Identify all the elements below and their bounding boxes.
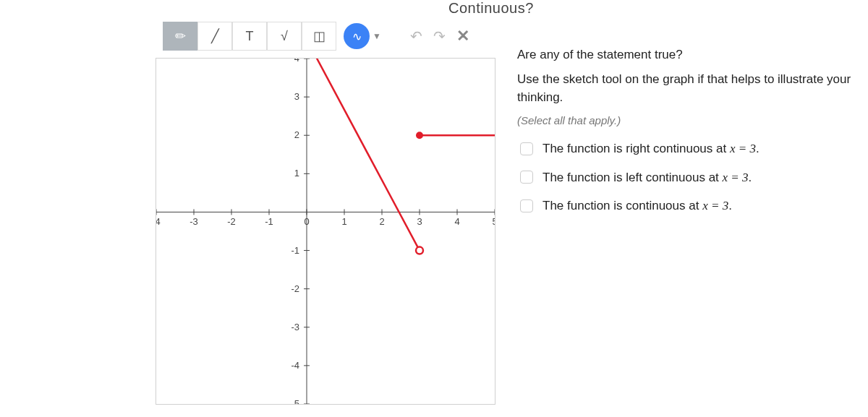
question-prompt-1: Are any of the statement true? (517, 46, 861, 64)
svg-text:-5: -5 (292, 398, 300, 404)
option-row: The function is left continuous at x = 3… (517, 168, 861, 187)
svg-text:-1: -1 (292, 245, 300, 256)
clear-icon: ✕ (456, 27, 469, 45)
text-icon: T (246, 29, 254, 44)
svg-text:2: 2 (379, 216, 384, 227)
svg-text:3: 3 (294, 91, 299, 102)
pencil-icon: ✏ (175, 28, 186, 44)
text-tool-button[interactable]: T (232, 22, 267, 51)
option-checkbox-1[interactable] (520, 171, 533, 184)
option-label: The function is right continuous at x = … (542, 139, 760, 158)
drawing-toolbar: ✏ ╱ T √ ◫ ∿ ▼ ↶ ↷ ✕ (163, 22, 469, 51)
svg-point-40 (416, 247, 423, 254)
svg-text:3: 3 (417, 216, 422, 227)
svg-point-41 (416, 132, 423, 139)
clear-button[interactable]: ✕ (456, 27, 469, 46)
redo-button[interactable]: ↷ (433, 27, 446, 45)
eraser-icon: ◫ (313, 28, 326, 44)
question-prompt-2: Use the sketch tool on the graph if that… (517, 70, 861, 107)
sqrt-tool-button[interactable]: √ (267, 22, 302, 51)
color-swatch-icon: ∿ (352, 30, 362, 43)
option-checkbox-0[interactable] (520, 142, 533, 155)
svg-text:2: 2 (294, 129, 299, 140)
color-dropdown-caret[interactable]: ▼ (373, 31, 381, 41)
line-icon: ╱ (211, 28, 219, 44)
svg-text:4: 4 (294, 59, 299, 64)
question-hint: (Select all that apply.) (517, 113, 861, 129)
eraser-tool-button[interactable]: ◫ (302, 22, 336, 51)
question-panel: Are any of the statement true? Use the s… (517, 40, 861, 225)
answer-options: The function is right continuous at x = … (517, 139, 861, 215)
svg-text:-2: -2 (227, 216, 236, 227)
color-picker-button[interactable]: ∿ (344, 23, 370, 49)
line-tool-button[interactable]: ╱ (197, 22, 232, 51)
sqrt-icon: √ (281, 29, 288, 44)
undo-icon: ↶ (410, 28, 422, 44)
svg-text:-1: -1 (265, 216, 273, 227)
redo-icon: ↷ (433, 28, 446, 44)
svg-text:-2: -2 (292, 283, 300, 294)
svg-text:-3: -3 (190, 216, 198, 227)
option-row: The function is continuous at x = 3. (517, 197, 861, 215)
page-title: Continuous? (448, 0, 534, 17)
pencil-tool-button[interactable]: ✏ (163, 22, 197, 51)
option-label: The function is left continuous at x = 3… (542, 168, 752, 187)
svg-text:-3: -3 (292, 322, 300, 332)
svg-text:4: 4 (454, 216, 459, 227)
svg-text:-4: -4 (156, 216, 161, 227)
svg-text:1: 1 (341, 216, 346, 227)
option-label: The function is continuous at x = 3. (542, 197, 732, 215)
history-controls: ↶ ↷ ✕ (410, 27, 469, 46)
undo-button[interactable]: ↶ (410, 27, 422, 45)
graph-svg: -4-3-2-1012345-5-4-3-2-11234 (156, 59, 495, 404)
svg-text:0: 0 (304, 216, 309, 227)
svg-text:1: 1 (294, 168, 299, 179)
svg-text:5: 5 (492, 216, 495, 227)
graph-canvas[interactable]: -4-3-2-1012345-5-4-3-2-11234 (156, 58, 495, 405)
svg-text:-4: -4 (292, 360, 300, 371)
option-row: The function is right continuous at x = … (517, 139, 861, 158)
option-checkbox-2[interactable] (520, 199, 533, 212)
